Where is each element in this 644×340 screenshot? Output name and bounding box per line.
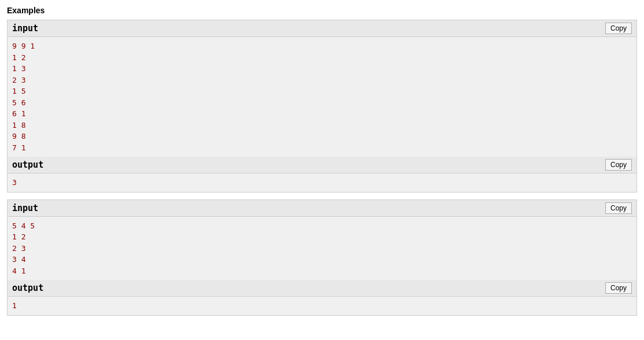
example-2-output-header: output Copy [8, 280, 636, 297]
example-1-input-copy-button[interactable]: Copy [605, 23, 632, 34]
example-1-input-content: 9 9 1 1 2 1 3 2 3 1 5 5 6 6 1 1 8 9 8 7 … [8, 37, 636, 157]
example-2-input-label: input [12, 203, 38, 213]
example-2-output-copy-button[interactable]: Copy [605, 282, 632, 294]
example-2: input Copy 5 4 5 1 2 2 3 3 4 4 1 output … [7, 199, 637, 316]
page-title: Examples [7, 6, 637, 15]
example-1-input-label: input [12, 23, 38, 34]
example-2-output-content: 1 [8, 297, 636, 315]
example-1-output-content: 3 [8, 173, 636, 192]
example-2-input-header: input Copy [8, 200, 636, 217]
example-1-output-copy-button[interactable]: Copy [605, 159, 632, 171]
example-1-output-label: output [12, 160, 43, 170]
example-2-input-content: 5 4 5 1 2 2 3 3 4 4 1 [8, 217, 636, 280]
example-1-input-header: input Copy [8, 20, 636, 37]
example-2-input-copy-button[interactable]: Copy [605, 202, 632, 214]
example-1-output-header: output Copy [8, 157, 636, 173]
example-1: input Copy 9 9 1 1 2 1 3 2 3 1 5 5 6 6 1… [7, 20, 637, 193]
example-2-output-label: output [12, 283, 43, 293]
